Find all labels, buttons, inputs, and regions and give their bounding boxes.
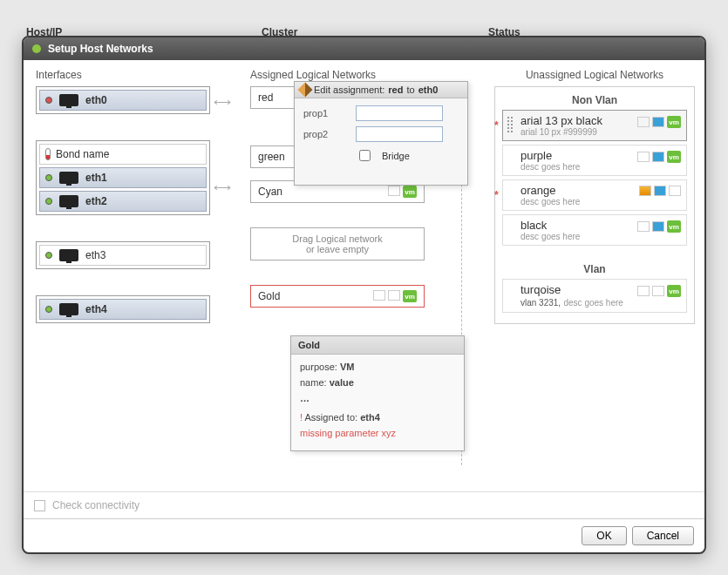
drop-hint-line1: Drag Logical network xyxy=(255,233,420,244)
net-badge-icon xyxy=(388,290,400,301)
unassigned-heading: Unassigned Logical Networks xyxy=(494,60,695,86)
setup-host-networks-dialog: Setup Host Networks Interfaces eth0 Bond xyxy=(22,36,706,554)
popover-title-iface: eth0 xyxy=(418,85,439,95)
link-arrow-icon: ⟷ xyxy=(214,180,231,194)
unassigned-net-purple[interactable]: purple desc goes here vm xyxy=(502,145,687,176)
network-tooltip: Gold purpose: VM name: value … ! Assigne… xyxy=(290,335,465,451)
net-badge-icon xyxy=(637,221,650,232)
prop2-label: prop2 xyxy=(303,129,347,139)
vlan-heading: Vlan xyxy=(495,263,694,275)
status-up-icon xyxy=(45,252,52,259)
prop1-label: prop1 xyxy=(303,108,347,118)
vm-badge-icon: vm xyxy=(667,116,681,128)
interface-eth1[interactable]: eth1 xyxy=(39,167,207,188)
prop1-input[interactable] xyxy=(356,105,443,121)
check-connectivity-checkbox[interactable] xyxy=(34,500,45,511)
interface-eth0[interactable]: eth0 xyxy=(36,86,210,114)
tooltip-missing-param: missing parameter xyz xyxy=(300,428,455,438)
tooltip-purpose-value: VM xyxy=(340,362,355,372)
interface-eth4[interactable]: eth4 xyxy=(36,295,210,323)
vm-badge-icon: vm xyxy=(403,186,417,198)
net-badge-icon xyxy=(637,152,650,162)
status-up-icon xyxy=(45,306,52,313)
interface-eth3[interactable]: eth3 xyxy=(36,241,210,269)
network-label: red xyxy=(258,91,273,104)
monitor-badge-icon xyxy=(652,152,664,162)
interface-label: eth4 xyxy=(85,303,107,315)
required-star-icon: * xyxy=(494,189,499,201)
net-desc: desc goes here xyxy=(520,162,679,172)
net-badge-icon xyxy=(373,290,385,301)
net-desc: desc goes here xyxy=(520,197,679,206)
interface-eth2[interactable]: eth2 xyxy=(39,191,207,212)
bond-icon xyxy=(45,148,51,160)
tooltip-assigned-label: Assigned to: xyxy=(305,412,358,423)
prop2-input[interactable] xyxy=(356,126,443,142)
vm-badge-icon: vm xyxy=(667,285,681,297)
network-label: green xyxy=(258,151,285,163)
unassigned-net-turqoise[interactable]: turqoise vlan 3231, desc goes here vm xyxy=(502,279,687,313)
tooltip-title: Gold xyxy=(291,336,464,355)
bridge-checkbox[interactable] xyxy=(359,150,371,161)
bridge-label: Bridge xyxy=(382,151,410,161)
net-desc: desc goes here xyxy=(564,298,623,308)
check-connectivity-label: Check connectivity xyxy=(52,499,139,511)
warning-bang-icon: ! xyxy=(300,412,303,423)
popover-title-prefix: Edit assignment: xyxy=(314,85,384,95)
interface-bond[interactable]: Bond name eth1 eth2 xyxy=(36,140,210,215)
monitor-badge-icon xyxy=(652,117,664,127)
network-label: Cyan xyxy=(258,186,282,198)
unassigned-net-orange[interactable]: * orange desc goes here xyxy=(502,179,687,211)
cancel-button[interactable]: Cancel xyxy=(632,526,694,545)
tooltip-name-value: value xyxy=(330,377,354,388)
dialog-title: Setup Host Networks xyxy=(48,43,153,55)
popover-body: prop1 prop2 Bridge xyxy=(295,98,467,176)
popover-header: Edit assignment: red to eth0 xyxy=(295,82,467,98)
vm-badge-icon: vm xyxy=(403,290,417,302)
ethernet-port-icon xyxy=(59,94,78,106)
net-desc: desc goes here xyxy=(520,232,679,241)
unassigned-column: Unassigned Logical Networks Non Vlan * a… xyxy=(494,60,695,324)
assigned-gold[interactable]: Gold vm xyxy=(250,285,425,308)
ethernet-port-icon xyxy=(59,303,78,315)
status-up-icon xyxy=(45,198,52,205)
unassigned-net-black[interactable]: black desc goes here vm xyxy=(502,214,687,246)
net-vlan: vlan 3231, xyxy=(520,298,561,308)
interfaces-column: Interfaces eth0 Bond name xyxy=(36,60,210,335)
drop-zone-eth3[interactable]: Drag Logical network or leave empty xyxy=(250,227,425,260)
pencil-icon xyxy=(298,83,313,98)
popover-title-sep: to xyxy=(406,85,414,95)
popover-title-net: red xyxy=(388,85,403,95)
dialog-green-dot-icon xyxy=(32,44,41,53)
net-badge-icon xyxy=(652,286,664,296)
net-badge-icon xyxy=(637,286,650,296)
vm-badge-icon: vm xyxy=(667,151,681,163)
tooltip-purpose-label: purpose: xyxy=(300,362,337,372)
net-badge-icon xyxy=(669,186,681,196)
interfaces-heading: Interfaces xyxy=(36,60,210,86)
page-backdrop: Host/IP Cluster Status Setup Host Networ… xyxy=(0,0,728,575)
edit-assignment-popover: Edit assignment: red to eth0 prop1 prop2 xyxy=(294,81,468,186)
tooltip-assigned-value: eth4 xyxy=(360,412,380,423)
interface-label: eth3 xyxy=(85,249,105,261)
unassigned-net-arial[interactable]: * arial 13 px black arial 10 px #999999 … xyxy=(502,110,687,141)
drop-hint-line2: or leave empty xyxy=(255,244,420,254)
dialog-titlebar: Setup Host Networks xyxy=(24,37,704,60)
net-badge-icon xyxy=(388,186,400,196)
interface-label: eth0 xyxy=(85,94,107,106)
monitor-badge-icon xyxy=(652,221,664,232)
check-row: Check connectivity xyxy=(24,491,704,518)
ethernet-port-icon xyxy=(59,249,78,261)
ok-button[interactable]: OK xyxy=(582,526,626,545)
bond-label: Bond name xyxy=(56,148,109,160)
tooltip-name-label: name: xyxy=(300,377,327,388)
non-vlan-heading: Non Vlan xyxy=(495,94,694,106)
ethernet-port-icon xyxy=(59,195,78,207)
interface-label: eth1 xyxy=(85,172,107,184)
dialog-content: Interfaces eth0 Bond name xyxy=(24,60,704,491)
drag-handle-icon[interactable] xyxy=(507,116,514,133)
unassigned-panel: Non Vlan * arial 13 px black arial 10 px… xyxy=(494,86,695,324)
dialog-footer: OK Cancel xyxy=(24,518,704,552)
status-up-icon xyxy=(45,174,52,181)
monitor-badge-icon xyxy=(654,186,666,196)
